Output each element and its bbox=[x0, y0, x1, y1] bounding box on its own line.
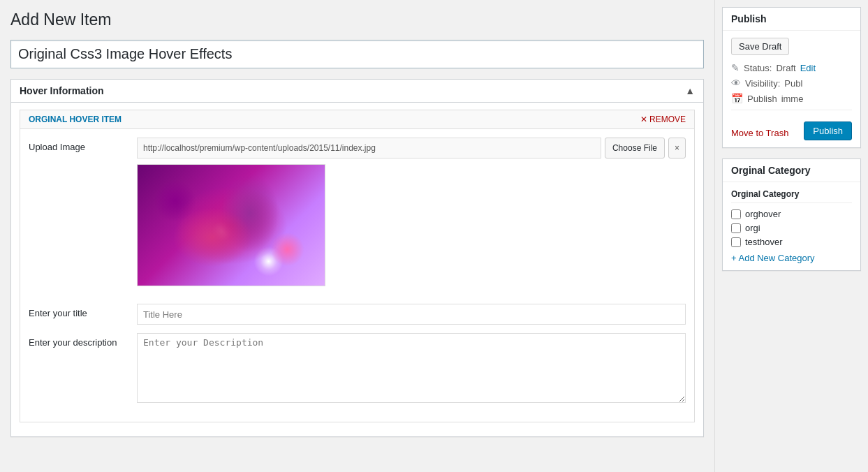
title-field-input[interactable] bbox=[137, 304, 686, 325]
category-item: orgi bbox=[731, 223, 852, 233]
upload-image-label: Upload Image bbox=[29, 138, 126, 152]
hover-item-section: ORGINAL HOVER ITEM ✕ REMOVE Upload Image… bbox=[20, 110, 695, 422]
description-field-textarea[interactable] bbox=[137, 333, 686, 403]
publish-actions: Move to Trash Publish bbox=[731, 110, 852, 140]
publish-box-header: Publish bbox=[723, 8, 860, 31]
image-preview-container bbox=[137, 164, 325, 286]
choose-file-button[interactable]: Choose File bbox=[605, 138, 665, 158]
category-checkbox-0[interactable] bbox=[731, 209, 741, 219]
description-field-label: Enter your description bbox=[29, 333, 126, 348]
category-sub-header: Orginal Category bbox=[731, 189, 852, 203]
status-label: Status: bbox=[744, 63, 772, 73]
metabox-header[interactable]: Hover Information ▲ bbox=[11, 80, 703, 103]
publish-time-row: 📅 Publish imme bbox=[731, 93, 852, 104]
category-item: testhover bbox=[731, 237, 852, 247]
category-box-header: Orginal Category bbox=[723, 159, 860, 182]
image-preview bbox=[137, 164, 325, 286]
remove-link[interactable]: ✕ REMOVE bbox=[640, 115, 686, 124]
category-label-2: testhover bbox=[745, 237, 782, 247]
publish-time-icon: 📅 bbox=[731, 93, 743, 104]
category-item: orghover bbox=[731, 209, 852, 219]
move-to-trash-link[interactable]: Move to Trash bbox=[731, 122, 788, 138]
post-title-input[interactable] bbox=[10, 40, 704, 68]
visibility-value: Publ bbox=[784, 78, 802, 89]
title-field-controls bbox=[137, 304, 686, 325]
status-icon: ✎ bbox=[731, 62, 740, 73]
title-field-label: Enter your title bbox=[29, 304, 126, 318]
metabox-title: Hover Information bbox=[20, 85, 104, 96]
publish-box-body: Save Draft ✎ Status: Draft Edit 👁 Visibi… bbox=[723, 31, 860, 147]
category-checkbox-1[interactable] bbox=[731, 223, 741, 233]
description-field-controls bbox=[137, 333, 686, 405]
publish-box: Publish Save Draft ✎ Status: Draft Edit … bbox=[722, 7, 861, 148]
clear-image-button[interactable]: × bbox=[668, 138, 686, 158]
image-url-input[interactable] bbox=[137, 138, 601, 158]
publish-time-label: Publish bbox=[747, 94, 777, 104]
category-box: Orginal Category Orginal Category orghov… bbox=[722, 158, 861, 271]
category-checkbox-2[interactable] bbox=[731, 237, 741, 247]
add-new-category-link[interactable]: + Add New Category bbox=[731, 253, 852, 263]
upload-image-row: Upload Image Choose File × bbox=[29, 138, 686, 295]
page-title: Add New Item bbox=[10, 7, 704, 33]
upload-row: Choose File × bbox=[137, 138, 686, 158]
category-label-0: orghover bbox=[745, 209, 781, 219]
sidebar: Publish Save Draft ✎ Status: Draft Edit … bbox=[714, 0, 868, 472]
publish-button[interactable]: Publish bbox=[804, 121, 852, 140]
save-draft-button[interactable]: Save Draft bbox=[731, 38, 789, 55]
title-field-row: Enter your title bbox=[29, 304, 686, 325]
category-items-container: orghoverorgitesthover bbox=[731, 209, 852, 247]
status-value: Draft bbox=[776, 63, 795, 73]
hover-item-title: ORGINAL HOVER ITEM bbox=[29, 115, 122, 124]
status-edit-link[interactable]: Edit bbox=[800, 63, 816, 73]
publish-time-value: imme bbox=[781, 94, 804, 104]
metabox-toggle-icon: ▲ bbox=[685, 85, 695, 96]
visibility-row: 👁 Visibility: Publ bbox=[731, 78, 852, 89]
hover-item-body: Upload Image Choose File × bbox=[20, 129, 694, 422]
status-row: ✎ Status: Draft Edit bbox=[731, 62, 852, 73]
metabox-body: ORGINAL HOVER ITEM ✕ REMOVE Upload Image… bbox=[11, 103, 703, 436]
visibility-label: Visibility: bbox=[745, 78, 780, 89]
description-field-row: Enter your description bbox=[29, 333, 686, 405]
hover-item-header: ORGINAL HOVER ITEM ✕ REMOVE bbox=[20, 110, 694, 129]
category-box-body: Orginal Category orghoverorgitesthover +… bbox=[723, 182, 860, 270]
category-label-1: orgi bbox=[745, 223, 760, 233]
hover-information-metabox: Hover Information ▲ ORGINAL HOVER ITEM ✕… bbox=[10, 79, 704, 437]
upload-image-controls: Choose File × bbox=[137, 138, 686, 295]
visibility-icon: 👁 bbox=[731, 78, 741, 89]
